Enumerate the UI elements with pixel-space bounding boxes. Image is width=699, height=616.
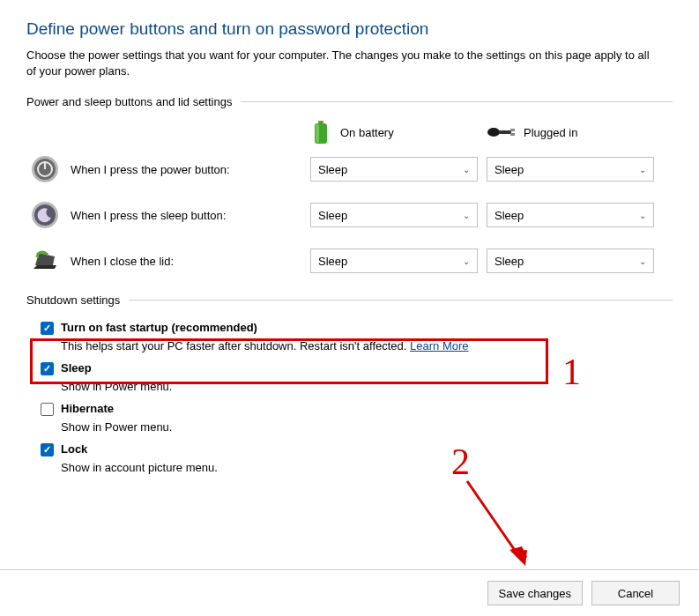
hibernate-checkbox[interactable] bbox=[41, 403, 54, 416]
svg-line-14 bbox=[467, 481, 522, 560]
fast-startup-checkbox[interactable]: ✓ bbox=[41, 322, 54, 335]
lock-label: Lock bbox=[61, 442, 87, 456]
chevron-down-icon: ⌄ bbox=[463, 211, 470, 220]
svg-rect-6 bbox=[510, 133, 515, 136]
hibernate-desc: Show in Power menu. bbox=[26, 420, 673, 434]
sleep-desc: Show in Power menu. bbox=[26, 380, 673, 393]
svg-rect-0 bbox=[318, 121, 323, 123]
power-button-icon bbox=[30, 154, 60, 184]
sleep-label: Sleep bbox=[61, 361, 92, 375]
chevron-down-icon: ⌄ bbox=[639, 165, 646, 174]
svg-point-3 bbox=[487, 128, 500, 137]
checkbox-row-hibernate: Hibernate bbox=[26, 398, 673, 419]
setting-row-sleep-button: When I press the sleep button: Sleep ⌄ S… bbox=[26, 200, 673, 230]
chevron-down-icon: ⌄ bbox=[639, 211, 646, 220]
column-headers: On battery Plugged in bbox=[310, 119, 673, 145]
sleep-checkbox[interactable]: ✓ bbox=[41, 362, 54, 375]
section-header-shutdown: Shutdown settings bbox=[26, 293, 673, 307]
page-description: Choose the power settings that you want … bbox=[26, 48, 661, 79]
section-label: Power and sleep buttons and lid settings bbox=[26, 95, 232, 108]
sleep-button-icon bbox=[30, 200, 60, 230]
fast-startup-label: Turn on fast startup (recommended) bbox=[61, 321, 257, 334]
svg-rect-4 bbox=[499, 130, 511, 134]
fast-startup-desc: This helps start your PC faster after sh… bbox=[26, 339, 673, 353]
checkbox-row-fast-startup: ✓ Turn on fast startup (recommended) bbox=[26, 317, 673, 338]
setting-row-close-lid: When I close the lid: Sleep ⌄ Sleep ⌄ bbox=[26, 246, 673, 276]
learn-more-link[interactable]: Learn More bbox=[410, 339, 468, 353]
section-header-power-sleep: Power and sleep buttons and lid settings bbox=[26, 95, 673, 108]
close-lid-label: When I close the lid: bbox=[71, 255, 310, 268]
footer-buttons: Save changes Cancel bbox=[0, 569, 699, 616]
sleep-button-battery-select[interactable]: Sleep ⌄ bbox=[310, 203, 478, 227]
battery-icon bbox=[310, 119, 331, 145]
cancel-button[interactable]: Cancel bbox=[591, 581, 680, 605]
power-button-plugged-select[interactable]: Sleep ⌄ bbox=[487, 157, 654, 182]
annotation-arrow bbox=[458, 476, 564, 582]
chevron-down-icon: ⌄ bbox=[463, 165, 470, 174]
power-button-battery-select[interactable]: Sleep ⌄ bbox=[310, 157, 478, 182]
svg-rect-2 bbox=[316, 124, 319, 143]
setting-row-power-button: When I press the power button: Sleep ⌄ S… bbox=[26, 154, 673, 184]
sleep-button-label: When I press the sleep button: bbox=[71, 209, 310, 222]
checkbox-row-lock: ✓ Lock bbox=[26, 439, 673, 460]
svg-rect-5 bbox=[510, 129, 515, 131]
page-title: Define power buttons and turn on passwor… bbox=[26, 19, 673, 39]
close-lid-plugged-select[interactable]: Sleep ⌄ bbox=[487, 249, 654, 273]
hibernate-label: Hibernate bbox=[61, 402, 114, 415]
svg-marker-15 bbox=[509, 546, 527, 560]
save-changes-button[interactable]: Save changes bbox=[487, 581, 583, 605]
svg-marker-16 bbox=[511, 550, 527, 566]
chevron-down-icon: ⌄ bbox=[463, 256, 470, 266]
chevron-down-icon: ⌄ bbox=[639, 256, 646, 266]
lock-desc: Show in account picture menu. bbox=[26, 461, 673, 474]
plug-icon bbox=[487, 123, 515, 141]
sleep-button-plugged-select[interactable]: Sleep ⌄ bbox=[487, 203, 654, 227]
close-lid-icon bbox=[30, 246, 60, 276]
col-plugged-in-label: Plugged in bbox=[524, 126, 577, 139]
lock-checkbox[interactable]: ✓ bbox=[41, 443, 54, 456]
col-on-battery-label: On battery bbox=[340, 126, 394, 139]
power-button-label: When I press the power button: bbox=[71, 163, 310, 176]
checkbox-row-sleep: ✓ Sleep bbox=[26, 358, 673, 379]
section-label: Shutdown settings bbox=[26, 293, 120, 307]
close-lid-battery-select[interactable]: Sleep ⌄ bbox=[310, 249, 478, 273]
